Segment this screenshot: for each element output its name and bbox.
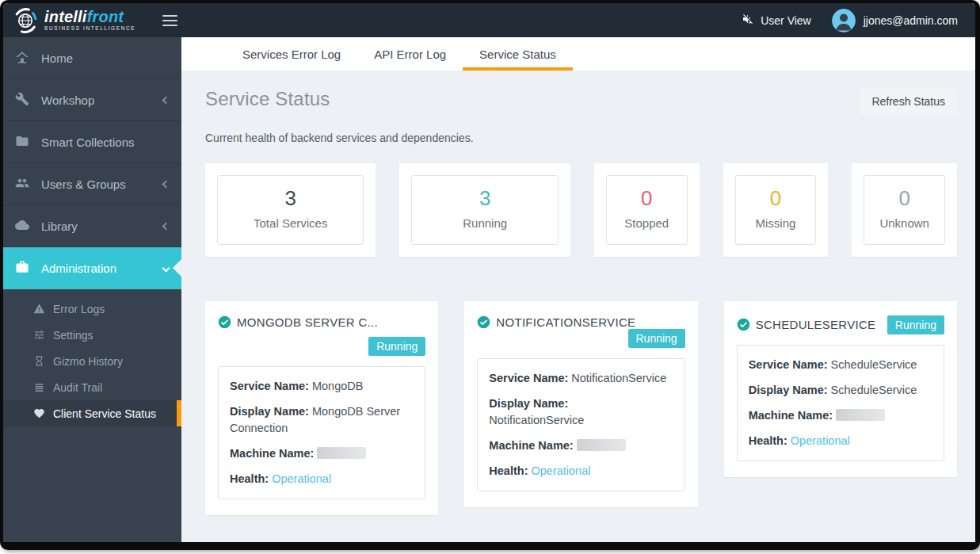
service-card-scheduleservice: SCHEDULESERVICE Running Service Name:Sch…	[724, 301, 957, 478]
users-icon	[15, 176, 31, 192]
field-label: Display Name:	[489, 397, 568, 410]
service-title: NOTIFICATIONSERVICE	[496, 315, 635, 329]
list-icon	[33, 381, 46, 394]
service-details: Service Name:ScheduleService Display Nam…	[737, 345, 944, 461]
field-label: Health:	[230, 472, 269, 485]
sidebar-item-workshop[interactable]: Workshop	[3, 79, 181, 121]
check-circle-icon	[218, 315, 231, 329]
logo[interactable]: intellifront BUSINESS INTELLIGENCE	[11, 6, 135, 35]
stat-card-running: 3 Running	[399, 163, 570, 257]
machine-name-redacted	[836, 409, 885, 421]
sidebar-subitem-error-logs[interactable]: Error Logs	[3, 296, 181, 322]
machine-name-redacted	[317, 447, 366, 459]
stat-label: Total Services	[223, 216, 358, 230]
service-title: SCHEDULESERVICE	[756, 318, 876, 331]
user-email: jjones@admin.com	[864, 14, 958, 27]
warning-icon	[33, 303, 46, 315]
stat-value: 0	[741, 185, 811, 212]
health-value: Operational	[272, 472, 331, 485]
sidebar-item-users-groups[interactable]: Users & Groups	[3, 163, 181, 205]
field-label: Display Name:	[230, 405, 309, 418]
field-label: Display Name:	[749, 384, 828, 396]
globe-logo-icon	[11, 6, 40, 35]
logo-wordmark: intellifront	[44, 9, 135, 25]
user-view-toggle[interactable]: User View	[742, 13, 811, 28]
hourglass-icon	[33, 355, 46, 368]
home-icon	[15, 50, 31, 66]
service-card-mongodb: MONGODB SERVER C... Running Service Name…	[205, 301, 438, 516]
display-name-value: NotificationService	[489, 412, 674, 429]
page-title: Service Status	[205, 88, 330, 110]
stat-label: Missing	[741, 216, 811, 230]
refresh-status-button[interactable]: Refresh Status	[860, 88, 957, 115]
stat-label: Running	[417, 216, 552, 230]
sidebar-subitem-gizmo-history[interactable]: Gizmo History	[3, 348, 181, 374]
stat-card-missing: 0 Missing	[723, 163, 829, 257]
heart-pulse-icon	[33, 407, 46, 420]
app-window: intellifront BUSINESS INTELLIGENCE User …	[0, 0, 980, 550]
service-status-page: Service Status Refresh Status Current he…	[181, 71, 975, 542]
tab-api-error-log[interactable]: API Error Log	[357, 37, 463, 71]
sidebar-item-smart-collections[interactable]: Smart Collections	[3, 121, 181, 163]
health-value: Operational	[531, 464, 590, 477]
stat-card-stopped: 0 Stopped	[594, 163, 700, 257]
field-label: Health:	[489, 464, 528, 477]
briefcase-icon	[15, 260, 31, 276]
field-label: Service Name:	[749, 358, 828, 371]
sidebar-subitem-client-service-status[interactable]: Client Service Status	[3, 400, 181, 426]
chevron-left-icon	[162, 180, 170, 188]
field-label: Service Name:	[489, 372, 568, 384]
service-details: Service Name:MongoDB Display Name:MongoD…	[218, 366, 425, 499]
active-subitem-indicator	[177, 400, 181, 426]
field-label: Machine Name:	[749, 409, 833, 422]
sidebar-subitem-audit-trail[interactable]: Audit Trail	[3, 374, 181, 400]
sidebar-item-home[interactable]: Home	[3, 37, 181, 79]
cloud-icon	[15, 218, 31, 234]
wrench-icon	[15, 92, 31, 108]
stats-row: 3 Total Services 3 Running 0 Stopp	[205, 163, 957, 257]
tab-services-error-log[interactable]: Services Error Log	[226, 37, 357, 71]
machine-name-redacted	[577, 439, 626, 451]
chevron-down-icon	[162, 264, 170, 272]
logo-tagline: BUSINESS INTELLIGENCE	[44, 26, 135, 32]
service-name-value: ScheduleService	[831, 358, 917, 371]
account-menu[interactable]: jjones@admin.com	[832, 9, 958, 32]
sidebar-item-library[interactable]: Library	[3, 205, 181, 247]
hamburger-menu-icon[interactable]	[159, 9, 181, 32]
user-view-label: User View	[761, 14, 811, 27]
field-label: Health:	[749, 434, 787, 447]
stat-value: 0	[869, 185, 940, 212]
main-content: Services Error Log API Error Log Service…	[181, 37, 975, 542]
chevron-left-icon	[162, 96, 170, 104]
field-label: Service Name:	[230, 380, 309, 392]
tab-bar: Services Error Log API Error Log Service…	[181, 37, 975, 71]
display-name-value: ScheduleService	[831, 384, 917, 396]
check-circle-icon	[477, 315, 490, 329]
status-badge: Running	[887, 315, 944, 335]
sliders-icon	[33, 329, 46, 342]
service-name-value: MongoDB	[312, 380, 363, 392]
stat-card-total-services: 3 Total Services	[205, 163, 376, 257]
sidebar-subitem-settings[interactable]: Settings	[3, 322, 181, 348]
stat-label: Unknown	[869, 216, 940, 230]
page-subtitle: Current health of backend services and d…	[205, 132, 957, 144]
service-card-notificationservice: NOTIFICATIONSERVICE Running Service Name…	[464, 301, 697, 508]
stat-label: Stopped	[612, 216, 682, 230]
sidebar: Home Workshop Smart Collections Users	[3, 37, 181, 542]
sidebar-item-administration[interactable]: Administration	[3, 247, 181, 289]
chevron-left-icon	[162, 222, 170, 230]
service-name-value: NotificationService	[571, 372, 666, 384]
topbar: intellifront BUSINESS INTELLIGENCE User …	[3, 3, 975, 37]
mute-speaker-icon	[742, 13, 754, 28]
active-item-notch	[173, 259, 181, 277]
administration-submenu: Error Logs Settings Gizmo History	[3, 289, 181, 434]
status-badge: Running	[628, 329, 685, 349]
field-label: Machine Name:	[230, 447, 314, 460]
status-badge: Running	[368, 337, 425, 357]
tab-service-status[interactable]: Service Status	[463, 37, 573, 71]
stat-value: 3	[223, 185, 358, 212]
avatar	[832, 9, 856, 32]
check-circle-icon	[737, 318, 750, 331]
folder-icon	[15, 134, 31, 150]
service-details: Service Name:NotificationService Display…	[477, 358, 684, 491]
